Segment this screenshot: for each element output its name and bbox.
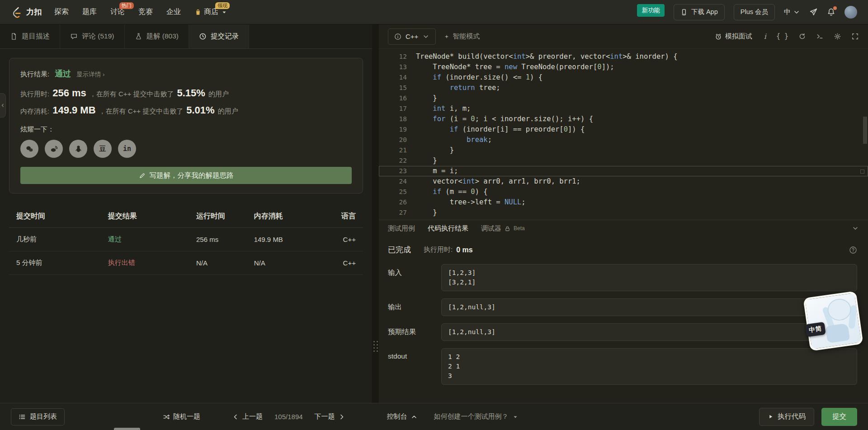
nav-item-store[interactable]: 商店领现 <box>194 7 228 17</box>
divider-drag-handle[interactable] <box>373 341 378 352</box>
leetcode-logo[interactable]: 力扣 <box>11 6 42 18</box>
submission-row[interactable]: 几秒前通过256 ms149.9 MBC++ <box>9 228 363 251</box>
language-dropdown[interactable]: C++ <box>388 28 436 45</box>
console-tab-debugger[interactable]: 调试器Beta <box>481 224 525 233</box>
right-panel: C++ 智能模式 模拟面试 i{ } 12TreeNode* build(vec… <box>379 24 868 403</box>
prev-question-button[interactable]: 上一题 <box>232 412 263 421</box>
editor-language-label: C++ <box>406 33 418 40</box>
console-terminal-icon[interactable] <box>816 33 824 40</box>
result-field: 输出[1,2,null,3] <box>388 298 857 316</box>
douban-share-button[interactable]: 豆 <box>94 140 112 158</box>
next-question-button[interactable]: 下一题 <box>315 412 345 421</box>
social-row: 豆in <box>20 140 352 158</box>
pencil-icon <box>139 172 146 179</box>
list-icon <box>19 413 26 421</box>
field-value-box: [1,2,null,3] <box>441 298 857 316</box>
new-feature-badge[interactable]: 新功能 <box>637 4 665 17</box>
panel-divider[interactable] <box>372 24 379 403</box>
mascot-sticker[interactable]: 中简 <box>803 291 863 351</box>
console-tab-testcase[interactable]: 测试用例 <box>388 224 415 233</box>
run-code-button[interactable]: 执行代码 <box>759 408 814 426</box>
write-solution-button[interactable]: 写题解，分享我的解题思路 <box>20 167 352 184</box>
field-label: 输出 <box>388 298 441 312</box>
code-line-13: 13 TreeNode* tree = new TreeNode(preorde… <box>379 62 868 72</box>
bottom-bar: 题目列表 随机一题 上一题 105/1894 下一题 控制台 如何创建一个测试用… <box>0 403 868 430</box>
tab-solutions[interactable]: 题解 (803) <box>125 24 189 48</box>
promo-badge: 领现 <box>215 2 230 9</box>
format-braces-icon[interactable]: { } <box>776 33 788 40</box>
tab-description[interactable]: 题目描述 <box>0 24 60 48</box>
nav-item-contest[interactable]: 竞赛 <box>138 7 153 17</box>
plus-member-label: Plus 会员 <box>741 8 768 16</box>
nav-item-discuss[interactable]: 讨论热门 <box>110 7 125 17</box>
scrollbar-thumb[interactable] <box>863 117 867 144</box>
qq-share-button[interactable] <box>69 140 87 158</box>
runtime-value: 256 ms <box>52 87 86 99</box>
language-selector[interactable]: 中 <box>784 8 800 16</box>
paper-plane-icon[interactable] <box>809 8 818 16</box>
user-avatar[interactable] <box>844 6 857 19</box>
field-label: 预期结果 <box>388 323 441 337</box>
problem-list-button[interactable]: 题目列表 <box>11 408 65 425</box>
wechat-icon <box>25 145 34 153</box>
share-label: 炫耀一下： <box>20 125 352 134</box>
plus-member-button[interactable]: Plus 会员 <box>734 4 775 20</box>
settings-gear-icon[interactable] <box>834 33 841 40</box>
console-toggle-label: 控制台 <box>387 412 407 421</box>
nav-item-problems[interactable]: 题库 <box>82 7 97 17</box>
console-body: 已完成 执行用时: 0 ms 输入[1,2,3][3,2,1]输出[1,2,nu… <box>379 236 868 403</box>
chevron-up-icon <box>410 413 418 421</box>
code-line-24: 24 vector<int> arr0, arr1, brr0, brr1; <box>379 176 868 187</box>
tab-comments[interactable]: 评论 (519) <box>60 24 125 48</box>
console-tabbar: 测试用例代码执行结果调试器Beta <box>379 220 868 236</box>
wechat-share-button[interactable] <box>20 140 38 158</box>
help-question-icon[interactable] <box>849 246 857 254</box>
editor-scrollbar[interactable] <box>863 49 868 220</box>
show-details-link[interactable]: 显示详情 › <box>76 71 104 79</box>
panel-collapse-handle[interactable] <box>0 93 6 118</box>
code-line-19: 19 if (inorder[i] == preorder[0]) { <box>379 124 868 135</box>
submission-row[interactable]: 5 分钟前执行出错N/AN/AC++ <box>9 251 363 275</box>
collapse-console-icon[interactable] <box>852 225 859 232</box>
play-icon <box>768 414 774 420</box>
column-header: 提交时间 <box>16 212 108 221</box>
fullscreen-icon[interactable] <box>851 33 859 40</box>
mock-interview-button[interactable]: 模拟面试 <box>715 32 752 41</box>
notification-bell-icon[interactable] <box>827 8 835 16</box>
create-testcase-help-link[interactable]: 如何创建一个测试用例？ <box>434 412 519 421</box>
caret-down-icon <box>221 9 228 16</box>
code-line-16: 16 } <box>379 93 868 104</box>
comment-icon <box>70 33 78 40</box>
phone-icon <box>680 9 688 16</box>
submit-button[interactable]: 提交 <box>821 408 857 426</box>
download-app-button[interactable]: 下载 App <box>674 4 725 20</box>
nav-item-business[interactable]: 企业 <box>166 7 181 17</box>
beta-badge: Beta <box>514 225 525 232</box>
sparkle-icon <box>444 34 449 39</box>
code-line-18: 18 for (i = 0; i < inorder.size(); i++) … <box>379 114 868 124</box>
reset-code-icon[interactable] <box>798 33 806 40</box>
linkedin-share-button[interactable]: in <box>118 140 136 158</box>
tab-submissions[interactable]: 提交记录 <box>189 24 249 48</box>
chevron-left-icon <box>232 413 239 421</box>
nav-item-explore[interactable]: 探索 <box>54 7 69 17</box>
console-toggle-button[interactable]: 控制台 <box>387 412 418 421</box>
weibo-share-button[interactable] <box>45 140 63 158</box>
code-line-17: 17 int i, m; <box>379 104 868 114</box>
field-value-box: [1,2,3][3,2,1] <box>441 264 857 291</box>
alarm-clock-icon <box>715 33 722 40</box>
document-icon <box>10 33 18 40</box>
result-label: 执行结果: <box>20 70 49 79</box>
taskbar-hint <box>114 428 140 430</box>
editor-info-icon[interactable]: i <box>764 33 766 40</box>
random-question-button[interactable]: 随机一题 <box>163 412 200 421</box>
console-tab-result[interactable]: 代码执行结果 <box>428 224 468 233</box>
language-label: 中 <box>784 8 791 16</box>
code-line-21: 21 } <box>379 145 868 156</box>
smart-mode-toggle[interactable]: 智能模式 <box>444 32 480 41</box>
code-editor[interactable]: 12TreeNode* build(vector<int>& preorder,… <box>379 49 868 220</box>
qq-icon <box>74 145 83 153</box>
code-lines: 12TreeNode* build(vector<int>& preorder,… <box>379 52 868 220</box>
weibo-icon <box>50 145 58 153</box>
code-line-20: 20 break; <box>379 135 868 145</box>
